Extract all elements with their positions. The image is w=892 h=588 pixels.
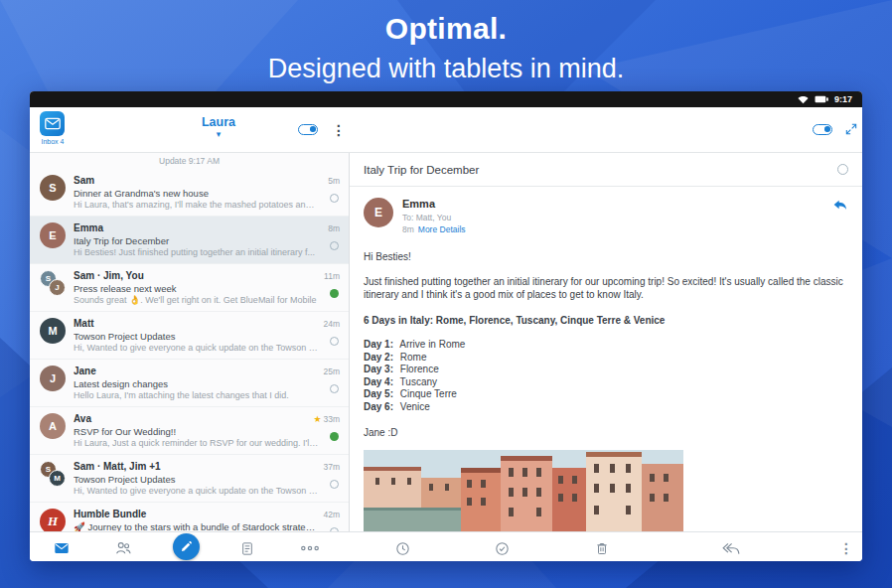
day-text: Florence <box>397 364 439 374</box>
account-selector[interactable]: Laura <box>149 115 288 129</box>
wifi-icon <box>798 95 809 104</box>
mark-done-toolbar-icon[interactable] <box>490 536 514 560</box>
app-bar: Inbox 4 Laura ▾ ⋮ <box>30 107 862 153</box>
email-list-item[interactable]: SJ Sam · Jim, You Press release next wee… <box>30 264 349 312</box>
email-list-item[interactable]: J Jane Latest design changes Hello Laura… <box>30 360 349 407</box>
snooze-icon[interactable] <box>390 536 414 560</box>
toolbar-overflow-menu-icon[interactable]: ⋮ <box>834 536 858 560</box>
more-details-link[interactable]: More Details <box>418 224 466 234</box>
day-label: Day 6: <box>364 401 393 412</box>
read-status-icon[interactable] <box>330 432 339 441</box>
email-list-item[interactable]: S Sam Dinner at Grandma's new house Hi L… <box>30 169 349 217</box>
sender-avatar: A <box>40 413 66 439</box>
email-snippet: Hi Besties! Just finished putting togeth… <box>74 247 319 257</box>
email-snippet: Sounds great 👌. We'll get right on it. G… <box>74 295 319 305</box>
read-status-icon[interactable] <box>330 480 339 489</box>
day-text: Tuscany <box>397 376 437 387</box>
mail-tab-icon[interactable] <box>50 536 74 560</box>
email-time: 24m <box>323 319 340 329</box>
bluemail-inbox-icon[interactable] <box>40 111 65 136</box>
email-time: 25m <box>323 367 340 376</box>
email-snippet: Hi, Wanted to give everyone a quick upda… <box>74 343 319 353</box>
email-time: 8m <box>328 223 340 233</box>
mark-done-icon[interactable] <box>837 164 848 175</box>
split-view: Update 9:17 AM S Sam Dinner at Grandma's… <box>30 153 862 531</box>
email-sender: Matt <box>74 318 319 329</box>
email-snippet: Hi Laura, that's amazing, I'll make the … <box>74 200 319 210</box>
itinerary-day: Day 3: Florence <box>364 364 848 376</box>
sender-avatar: M <box>40 318 66 344</box>
day-label: Day 3: <box>364 364 393 374</box>
reader-meta-line: 8mMore Details <box>402 224 466 234</box>
email-time: 11m <box>324 271 340 281</box>
reader-sender-name: Emma <box>402 198 466 210</box>
sender-avatar: SM <box>40 461 66 487</box>
reading-pane: Italy Trip for December E Emma To: Matt,… <box>350 153 862 531</box>
day-label: Day 5: <box>364 388 393 399</box>
day-label: Day 2: <box>364 352 393 363</box>
sender-avatar: H <box>40 509 66 531</box>
list-filter-toggle[interactable] <box>298 124 318 135</box>
list-overflow-menu-icon[interactable]: ⋮ <box>332 122 346 138</box>
reader-time: 8m <box>402 224 414 234</box>
status-bar: 9:17 <box>30 91 862 107</box>
bottom-toolbar: ⋮ <box>30 531 862 561</box>
email-subject: Press release next week <box>74 283 319 294</box>
email-subject: 🚀 Journey to the stars with a bundle of … <box>74 521 319 532</box>
clock-time: 9:17 <box>834 94 852 104</box>
trash-icon[interactable] <box>590 536 614 560</box>
reader-subject-row: Italy Trip for December <box>350 153 862 187</box>
email-sender: Ava <box>74 413 319 424</box>
expand-fullscreen-icon[interactable] <box>844 122 858 140</box>
day-text: Rome <box>397 352 426 363</box>
chevron-down-icon[interactable]: ▾ <box>149 130 288 139</box>
hero-banner: Optimal. Designed with tablets in mind. <box>0 0 892 84</box>
contacts-tab-icon[interactable] <box>111 536 135 560</box>
email-snippet: Hi Laura, Just a quick reminder to RSVP … <box>74 438 319 448</box>
reader-filter-toggle[interactable] <box>813 124 832 135</box>
email-sender: Emma <box>74 222 319 233</box>
itinerary-day: Day 2: Rome <box>364 352 848 365</box>
read-status-icon[interactable] <box>330 241 339 250</box>
read-status-icon[interactable] <box>330 289 339 298</box>
email-time: 42m <box>323 510 340 519</box>
inbox-label[interactable]: Inbox 4 <box>32 138 74 145</box>
email-list-item[interactable]: M Matt Towson Project Updates Hi, Wanted… <box>30 312 349 360</box>
notes-tab-icon[interactable] <box>235 536 259 560</box>
email-snippet: Hello Laura, I'm attaching the latest ch… <box>74 390 319 400</box>
day-label: Day 4: <box>364 376 393 387</box>
email-time: 33m <box>323 414 340 424</box>
email-time: 5m <box>328 176 340 186</box>
email-snippet: Hi, Wanted to give everyone a quick upda… <box>74 486 319 496</box>
email-list-pane: Update 9:17 AM S Sam Dinner at Grandma's… <box>30 153 350 531</box>
email-list-item[interactable]: A Ava RSVP for Our Wedding!! Hi Laura, J… <box>30 407 349 455</box>
venice-photo <box>364 450 683 533</box>
email-subject: Dinner at Grandma's new house <box>74 188 319 199</box>
reply-icon[interactable] <box>832 199 848 217</box>
sender-avatar: E <box>40 222 66 248</box>
itinerary-day: Day 6: Venice <box>364 401 848 414</box>
compose-button[interactable] <box>173 533 200 560</box>
reader-recipients: To: Matt, You <box>402 213 466 222</box>
more-tabs-icon[interactable] <box>298 536 322 560</box>
read-status-icon[interactable] <box>330 194 339 203</box>
itinerary-day: Day 5: Cinque Terre <box>364 388 848 401</box>
email-list-item[interactable]: E Emma Italy Trip for December Hi Bestie… <box>30 217 349 264</box>
reply-all-icon[interactable] <box>718 536 742 560</box>
day-label: Day 1: <box>364 339 393 350</box>
read-status-icon[interactable] <box>330 384 339 393</box>
email-sender: Sam <box>74 175 319 186</box>
email-list-item[interactable]: H Humble Bundle 🚀 Journey to the stars w… <box>30 503 349 531</box>
email-list-item[interactable]: SM Sam · Matt, Jim +1 Towson Project Upd… <box>30 455 349 503</box>
read-status-icon[interactable] <box>330 337 339 346</box>
day-text: Arrive in Rome <box>397 339 465 350</box>
email-subject: Latest design changes <box>74 378 319 389</box>
battery-icon <box>815 95 828 103</box>
body-greeting: Hi Besties! <box>364 250 848 264</box>
email-sender: Sam · Jim, You <box>74 270 319 281</box>
hero-subtitle: Designed with tablets in mind. <box>0 54 892 84</box>
star-icon: ★ <box>313 414 321 424</box>
body-paragraph: Just finished putting together an initia… <box>364 275 848 302</box>
itinerary-heading: 6 Days in Italy: Rome, Florence, Tuscany… <box>364 314 848 328</box>
reader-sender-avatar: E <box>364 198 393 227</box>
